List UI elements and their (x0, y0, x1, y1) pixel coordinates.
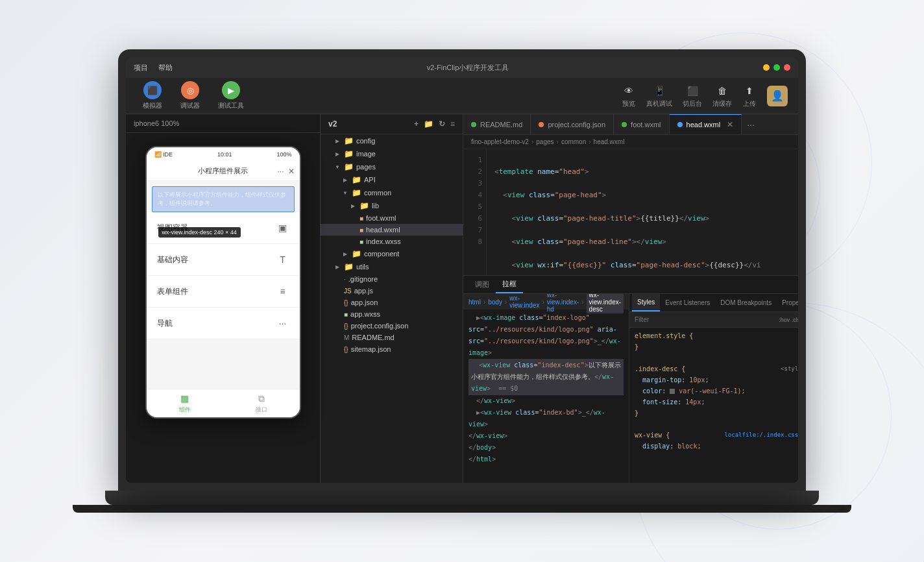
tab-head-wxml[interactable]: head.wxml ✕ (670, 114, 742, 134)
tree-item-readme[interactable]: ▶ M README.md (321, 332, 463, 343)
tree-arrow-api: ▶ (341, 176, 349, 184)
tab-close-icon[interactable]: ✕ (727, 120, 733, 129)
tree-item-api[interactable]: ▶ 📁 API (321, 173, 463, 186)
upload-icon: ⬆ (742, 84, 757, 98)
cut-action[interactable]: ⬛ 切后台 (683, 84, 702, 108)
folder-icon-api: 📁 (352, 175, 361, 184)
tab-foot-wxml[interactable]: foot.wxml (614, 114, 669, 134)
preview-action[interactable]: 👁 预览 (622, 84, 636, 108)
file-tree-header: v2 + 📁 ↻ ≡ (321, 114, 463, 134)
file-icon-sitemap: {} (344, 346, 348, 353)
tree-item-project-config[interactable]: ▶ {} project.config.json (321, 320, 463, 332)
file-tree-panel: v2 + 📁 ↻ ≡ ▶ 📁 config (321, 114, 463, 483)
devtools-tab-elements[interactable]: 调图 (468, 276, 496, 293)
tree-item-head-wxml[interactable]: ▶ ■ head.wxml (321, 224, 463, 236)
devtools-panel: 调图 拉框 html › body › (463, 275, 798, 483)
phone-nav-bar: 小程序组件展示 ··· ✕ (147, 162, 300, 181)
test-label: 测试工具 (218, 101, 244, 110)
tree-item-app-json[interactable]: ▶ {} app.json (321, 297, 463, 308)
new-folder-icon[interactable]: 📁 (424, 119, 433, 128)
styles-tab-event-listeners[interactable]: Event Listeners (660, 294, 715, 312)
tree-item-sitemap[interactable]: ▶ {} sitemap.json (321, 343, 463, 355)
phone-status-bar: 📶 IDE 10:01 100% (147, 147, 300, 162)
folder-icon-component: 📁 (352, 249, 361, 258)
phone-more-icon[interactable]: ··· (277, 167, 284, 176)
phone-tab-api[interactable]: ⧉ 接口 (223, 393, 300, 414)
close-button[interactable] (784, 64, 790, 71)
tree-item-common[interactable]: ▼ 📁 common (321, 186, 463, 199)
section-navigation[interactable]: 导航 ··· (147, 308, 300, 339)
tree-item-index-wxss[interactable]: ▶ ■ index.wxss (321, 236, 463, 247)
tabs-more-button[interactable]: ··· (742, 119, 760, 130)
dom-crumb-wx-view-hd[interactable]: wx-view.index-hd (547, 294, 579, 313)
menu-project[interactable]: 项目 (134, 63, 148, 73)
phone-content: 以下将展示小程序官方组件能力，组件样式仅供参考，组件说明请参考。 视图容器 ▣ (147, 181, 300, 389)
dom-crumb-html[interactable]: html (468, 299, 481, 306)
phone-status-text: iphone6 100% (134, 119, 179, 127)
preview-icon: 👁 (622, 84, 636, 98)
phone-close-icon[interactable]: ✕ (288, 167, 295, 176)
devtools-tab-console[interactable]: 拉框 (496, 276, 523, 293)
code-editor[interactable]: 1 2 3 4 5 6 7 8 <template name="head"> <… (463, 149, 798, 275)
dom-line-desc: <wx-view class="index-desc">以下将展示小程序官方组件… (468, 359, 624, 395)
debug-button[interactable]: ◎ 调试器 (174, 79, 206, 113)
dom-crumb-wx-view-index[interactable]: wx-view.index (509, 295, 539, 309)
file-icon-gitignore: · (344, 276, 346, 283)
tree-label-project-config: project.config.json (351, 322, 409, 330)
section-form-components[interactable]: 表单组件 ≡ (147, 276, 300, 308)
breadcrumb-file: head.wxml (594, 138, 625, 145)
phone-battery: 100% (276, 151, 291, 158)
tree-item-image[interactable]: ▶ 📁 image (321, 147, 463, 160)
dom-crumb-wx-view-desc[interactable]: wx-view.index-desc (587, 294, 624, 313)
head-tab-dot (677, 122, 683, 127)
tab-readme[interactable]: README.md (463, 114, 531, 134)
section-label-1: 基础内容 (157, 254, 188, 265)
tab-project-config[interactable]: project.config.json (531, 114, 614, 134)
styles-filter-bar: :hov .cls + (629, 312, 798, 328)
tree-item-lib[interactable]: ▶ 📁 lib (321, 199, 463, 212)
config-tab-dot (539, 122, 544, 127)
api-tab-icon: ⧉ (256, 393, 267, 404)
devtools-content: html › body › wx-view.index › wx-view.in… (463, 294, 798, 483)
tree-item-utils[interactable]: ▶ 📁 utils (321, 260, 463, 273)
maximize-button[interactable] (773, 64, 780, 71)
dom-panel: html › body › wx-view.index › wx-view.in… (463, 294, 629, 483)
debug-label: 调试器 (180, 101, 200, 110)
phone-tab-components[interactable]: ▦ 组件 (147, 393, 223, 414)
simulate-button[interactable]: ⬛ 模拟器 (136, 79, 169, 113)
clear-icon: 🗑 (715, 84, 729, 98)
tree-item-component[interactable]: ▶ 📁 component (321, 247, 463, 260)
styles-filter-input[interactable] (635, 316, 773, 323)
tree-item-gitignore[interactable]: ▶ · .gitignore (321, 273, 463, 285)
collapse-icon[interactable]: ≡ (450, 119, 455, 128)
pseudo-filter-button[interactable]: :hov .cls + (779, 317, 798, 323)
tree-item-config[interactable]: ▶ 📁 config (321, 134, 463, 147)
devtools-tabs: 调图 拉框 (463, 276, 798, 294)
file-icon-index-wxss: ■ (359, 238, 363, 245)
section-icon-3: ··· (276, 317, 289, 330)
upload-action[interactable]: ⬆ 上传 (742, 84, 757, 108)
user-avatar[interactable]: 👤 (767, 86, 788, 106)
mobile-debug-action[interactable]: 📱 真机调试 (646, 84, 672, 108)
minimize-button[interactable] (763, 64, 770, 71)
new-file-icon[interactable]: + (414, 119, 419, 128)
styles-tab-dom-breakpoints[interactable]: DOM Breakpoints (715, 294, 777, 312)
section-basic-content[interactable]: 基础内容 T (147, 244, 300, 276)
refresh-icon[interactable]: ↻ (439, 119, 445, 128)
tree-label-app-wxss: app.wxss (350, 310, 380, 318)
highlighted-element: 以下将展示小程序官方组件能力，组件样式仅供参考，组件说明请参考。 (147, 186, 300, 212)
tree-item-app-js[interactable]: ▶ JS app.js (321, 285, 463, 297)
tree-label-gitignore: .gitignore (348, 275, 378, 283)
tree-item-app-wxss[interactable]: ▶ ■ app.wxss (321, 308, 463, 320)
tree-item-pages[interactable]: ▼ 📁 pages (321, 160, 463, 173)
dom-crumb-body[interactable]: body (488, 299, 502, 306)
folder-icon-image: 📁 (344, 149, 354, 158)
clear-action[interactable]: 🗑 清缓存 (712, 84, 732, 108)
main-content: iphone6 100% wx-view.index-desc 240 × 44 (126, 114, 798, 483)
styles-tab-styles[interactable]: Styles (632, 294, 660, 312)
toolbar: ⬛ 模拟器 ◎ 调试器 ▶ 测试工具 (126, 78, 798, 114)
tree-item-foot-wxml[interactable]: ▶ ■ foot.wxml (321, 212, 463, 224)
test-button[interactable]: ▶ 测试工具 (212, 79, 250, 113)
styles-tab-properties[interactable]: Properties (777, 294, 798, 312)
menu-help[interactable]: 帮助 (158, 63, 173, 73)
